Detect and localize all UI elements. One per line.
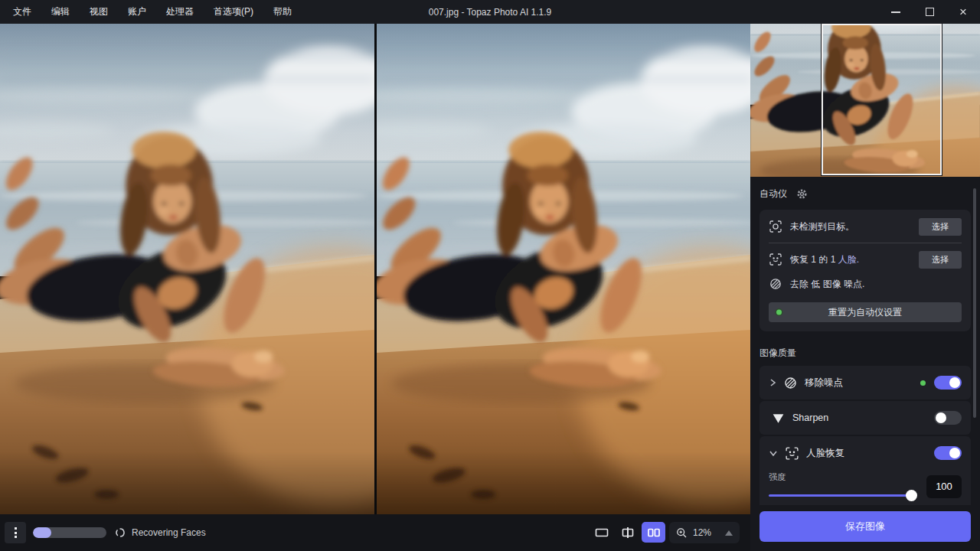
navigator-thumbnail[interactable] bbox=[750, 24, 980, 177]
chevron-down-icon[interactable] bbox=[769, 449, 778, 457]
face-count-link[interactable]: 人脸. bbox=[838, 254, 859, 265]
beach-photo bbox=[377, 24, 751, 514]
menu-account[interactable]: 账户 bbox=[118, 0, 156, 24]
menu-view[interactable]: 视图 bbox=[80, 0, 118, 24]
strength-value[interactable]: 100 bbox=[926, 475, 962, 498]
face-detect-icon bbox=[769, 253, 782, 266]
split-view-button[interactable] bbox=[616, 522, 639, 543]
face-recovery-row[interactable]: 人脸恢复 bbox=[760, 436, 971, 470]
beach-photo bbox=[0, 24, 374, 514]
titlebar: 文件 编辑 视图 账户 处理器 首选项(P) 帮助 007.jpg - Topa… bbox=[0, 0, 980, 24]
zoom-in-icon bbox=[676, 527, 688, 539]
viewport-rectangle[interactable] bbox=[822, 24, 942, 175]
remove-noise-icon bbox=[783, 376, 798, 390]
reset-autopilot-button[interactable]: 重置为自动仪设置 bbox=[769, 302, 962, 322]
panel-body: 自动仪 未检测到目标。 选择 bbox=[750, 177, 980, 534]
strength-label: 强度 bbox=[769, 471, 917, 483]
face-recovery-icon bbox=[785, 446, 799, 461]
comparison-canvas bbox=[0, 24, 750, 514]
noise-removal-text: 去除 低 图像 噪点. bbox=[790, 278, 864, 291]
single-view-button[interactable] bbox=[590, 522, 613, 543]
spinner-icon bbox=[115, 527, 126, 538]
progress-fill bbox=[33, 527, 51, 538]
autopilot-enabled-dot bbox=[920, 380, 926, 386]
menu-file[interactable]: 文件 bbox=[3, 0, 41, 24]
target-status-text: 未检测到目标。 bbox=[790, 220, 854, 233]
split-view-icon bbox=[620, 525, 635, 540]
sharpen-card: Sharpen bbox=[760, 401, 971, 435]
gear-icon[interactable] bbox=[795, 187, 808, 201]
image-quality-title: 图像质量 bbox=[760, 347, 971, 360]
save-image-button[interactable]: 保存图像 bbox=[760, 511, 971, 542]
sharpen-icon bbox=[771, 411, 786, 425]
chevron-right-icon[interactable] bbox=[769, 378, 776, 387]
remove-noise-row[interactable]: 移除噪点 bbox=[760, 366, 971, 399]
strength-slider-knob[interactable] bbox=[906, 490, 917, 501]
autopilot-card: 未检测到目标。 选择 恢复 1 的 1 人脸. 选择 bbox=[760, 210, 971, 331]
zoom-dropdown-icon[interactable] bbox=[725, 530, 733, 536]
menu-processor[interactable]: 处理器 bbox=[156, 0, 204, 24]
maximize-icon bbox=[926, 8, 934, 16]
menu-preferences[interactable]: 首选项(P) bbox=[204, 0, 263, 24]
remove-noise-label: 移除噪点 bbox=[805, 377, 843, 390]
maximize-button[interactable] bbox=[913, 0, 946, 24]
remove-noise-card: 移除噪点 bbox=[760, 366, 971, 399]
processing-status: Recovering Faces bbox=[132, 527, 206, 538]
view-mode-group bbox=[590, 522, 665, 543]
face-recovery-label: 人脸恢复 bbox=[806, 447, 844, 460]
select-faces-button[interactable]: 选择 bbox=[919, 251, 962, 269]
remove-noise-toggle[interactable] bbox=[934, 376, 962, 390]
noise-icon bbox=[769, 277, 782, 291]
single-view-icon bbox=[594, 525, 609, 540]
after-image-pane[interactable] bbox=[377, 24, 751, 514]
sharpen-label: Sharpen bbox=[792, 412, 828, 423]
autopilot-dot bbox=[776, 310, 782, 315]
side-by-side-view-icon bbox=[646, 525, 662, 540]
menu-help[interactable]: 帮助 bbox=[263, 0, 302, 24]
before-image-pane[interactable] bbox=[0, 24, 374, 514]
minimize-button[interactable] bbox=[879, 0, 913, 24]
menu-edit[interactable]: 编辑 bbox=[41, 0, 80, 24]
menu-bar: 文件 编辑 视图 账户 处理器 首选项(P) 帮助 bbox=[0, 0, 302, 24]
right-panel: 自动仪 未检测到目标。 选择 bbox=[750, 24, 980, 551]
status-bar: Recovering Faces bbox=[0, 514, 750, 551]
autopilot-title: 自动仪 bbox=[760, 187, 787, 201]
close-icon: × bbox=[959, 5, 967, 18]
minimize-icon bbox=[891, 11, 900, 13]
select-target-button[interactable]: 选择 bbox=[919, 218, 962, 236]
panel-scrollbar[interactable] bbox=[973, 188, 976, 418]
sharpen-toggle[interactable] bbox=[934, 411, 962, 425]
face-recovery-toggle[interactable] bbox=[934, 446, 962, 460]
side-by-side-view-button[interactable] bbox=[642, 522, 665, 543]
close-button[interactable]: × bbox=[946, 0, 980, 24]
app-window: 文件 编辑 视图 账户 处理器 首选项(P) 帮助 007.jpg - Topa… bbox=[0, 0, 980, 551]
queue-menu-button[interactable] bbox=[5, 522, 26, 543]
sharpen-row[interactable]: Sharpen bbox=[760, 401, 971, 435]
progress-bar bbox=[33, 527, 106, 538]
face-recover-text: 恢复 1 的 1 人脸. bbox=[790, 253, 859, 266]
window-controls: × bbox=[879, 0, 980, 24]
strength-slider[interactable] bbox=[769, 490, 917, 501]
zoom-level: 12% bbox=[693, 527, 711, 538]
zoom-control[interactable]: 12% bbox=[669, 522, 740, 543]
target-detect-icon bbox=[769, 220, 782, 233]
